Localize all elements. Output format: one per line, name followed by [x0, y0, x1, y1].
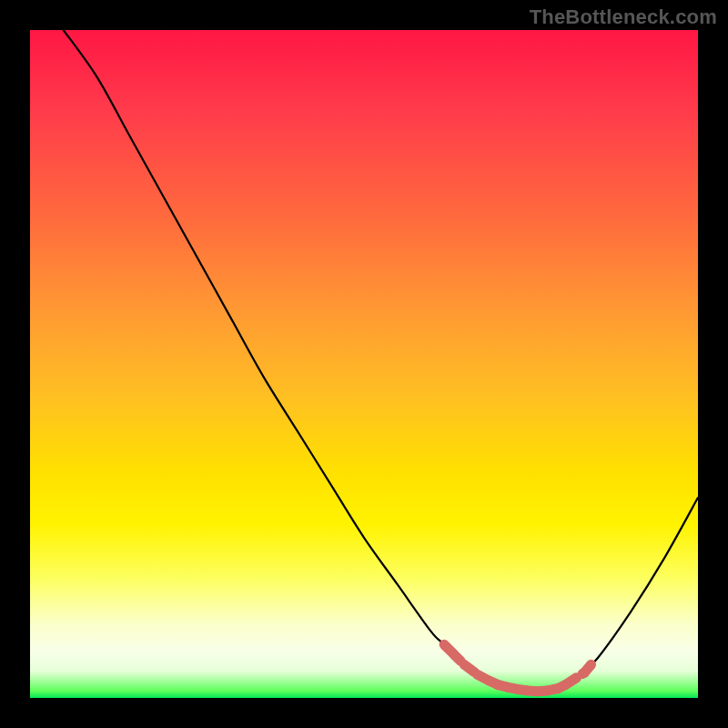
- watermark-text: TheBottleneck.com: [530, 5, 717, 29]
- optimal-range-markers: [444, 644, 596, 691]
- chart-container: TheBottleneck.com: [0, 0, 728, 728]
- optimal-marker-dot: [586, 660, 596, 670]
- plot-area: [30, 30, 698, 698]
- bottleneck-curve: [64, 30, 698, 692]
- chart-svg: [30, 30, 698, 698]
- optimal-marker-dot: [580, 668, 590, 678]
